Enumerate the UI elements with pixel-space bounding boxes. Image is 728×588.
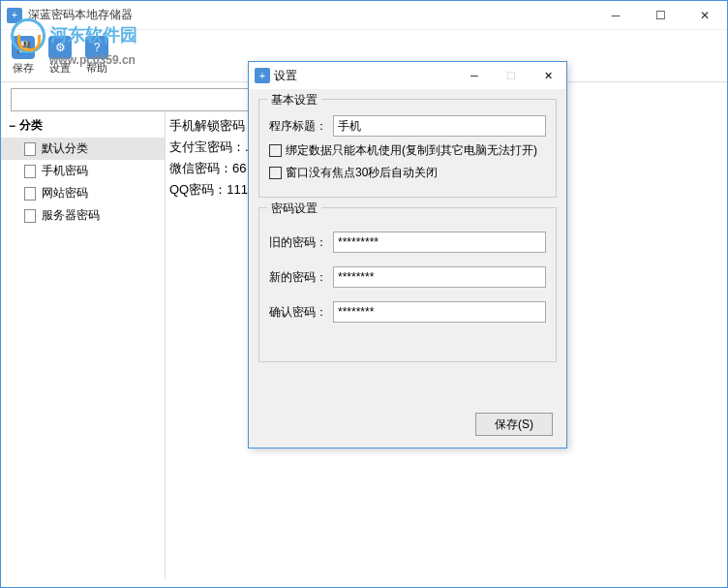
- bind-local-row[interactable]: 绑定数据只能本机使用(复制到其它电脑无法打开): [269, 142, 546, 159]
- confirm-password-label: 确认密码：: [269, 304, 327, 321]
- title-row: 程序标题：: [269, 115, 546, 137]
- title-label: 程序标题：: [269, 118, 327, 135]
- sidebar: − 分类 默认分类 手机密码 网站密码 服务器密码: [1, 109, 166, 579]
- confirm-password-row: 确认密码：: [269, 301, 546, 323]
- password-legend: 密码设置: [267, 201, 321, 217]
- checkbox-icon: [269, 167, 282, 179]
- dialog-titlebar: + 设置 ─ ☐ ✕: [249, 62, 566, 89]
- dialog-icon: +: [255, 68, 270, 83]
- password-settings-group: 密码设置 旧的密码： 新的密码： 确认密码：: [258, 207, 557, 362]
- help-icon: ?: [85, 36, 108, 59]
- settings-icon: ⚙: [48, 36, 72, 59]
- dialog-maximize-button[interactable]: ☐: [493, 62, 530, 89]
- settings-dialog: + 设置 ─ ☐ ✕ 基本设置 程序标题： 绑定数据只能本机使用(复制到其它电脑…: [248, 61, 567, 449]
- new-password-label: 新的密码：: [269, 269, 327, 286]
- confirm-password-input[interactable]: [333, 301, 546, 323]
- main-titlebar: + 深蓝密码本地存储器 ─ ☐ ✕: [1, 1, 727, 30]
- checkbox-icon: [269, 144, 282, 157]
- maximize-button[interactable]: ☐: [638, 1, 682, 30]
- basic-legend: 基本设置: [267, 92, 321, 108]
- document-icon: [24, 187, 38, 201]
- window-controls: ─ ☐ ✕: [593, 1, 727, 30]
- sidebar-item-server[interactable]: 服务器密码: [1, 204, 165, 227]
- window-title: 深蓝密码本地存储器: [28, 7, 133, 23]
- document-icon: [24, 165, 38, 178]
- save-icon: 💾: [12, 36, 35, 59]
- new-password-row: 新的密码：: [269, 266, 546, 288]
- document-icon: [24, 142, 38, 156]
- help-button[interactable]: ? 帮助: [78, 34, 115, 77]
- settings-button[interactable]: ⚙ 设置: [42, 34, 78, 77]
- old-password-input[interactable]: [333, 232, 546, 253]
- sidebar-item-default[interactable]: 默认分类: [1, 138, 165, 160]
- dialog-window-controls: ─ ☐ ✕: [456, 62, 566, 89]
- tree-header[interactable]: − 分类: [1, 113, 165, 138]
- new-password-input[interactable]: [333, 266, 546, 288]
- app-icon: +: [7, 8, 22, 23]
- old-password-label: 旧的密码：: [269, 234, 327, 251]
- dialog-close-button[interactable]: ✕: [530, 62, 566, 89]
- document-icon: [24, 209, 38, 223]
- dialog-save-button[interactable]: 保存(S): [475, 413, 553, 436]
- dialog-minimize-button[interactable]: ─: [456, 62, 493, 89]
- minimize-button[interactable]: ─: [593, 1, 638, 30]
- sidebar-item-phone[interactable]: 手机密码: [1, 160, 165, 182]
- dialog-title: 设置: [274, 68, 297, 84]
- program-title-input[interactable]: [333, 115, 546, 137]
- old-password-row: 旧的密码：: [269, 232, 546, 253]
- basic-settings-group: 基本设置 程序标题： 绑定数据只能本机使用(复制到其它电脑无法打开) 窗口没有焦…: [258, 99, 557, 198]
- save-button[interactable]: 💾 保存: [5, 34, 42, 77]
- autoclose-row[interactable]: 窗口没有焦点30秒后自动关闭: [269, 165, 546, 181]
- collapse-icon: −: [9, 119, 15, 133]
- close-button[interactable]: ✕: [682, 1, 727, 30]
- sidebar-item-website[interactable]: 网站密码: [1, 182, 165, 204]
